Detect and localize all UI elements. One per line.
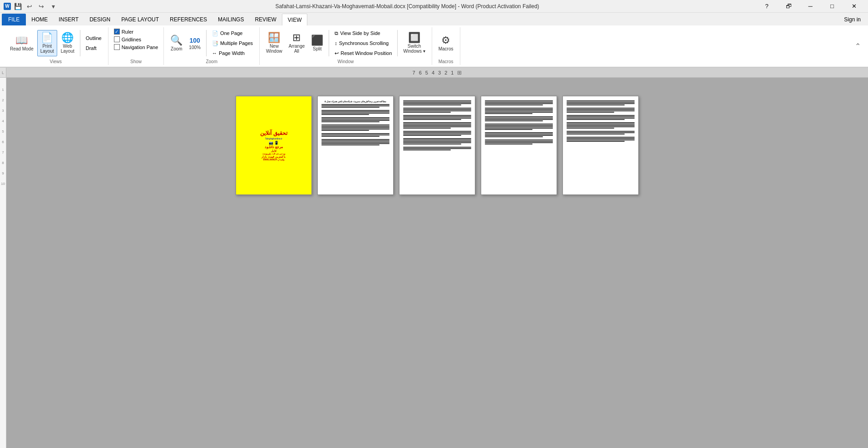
tab-insert[interactable]: INSERT	[53, 14, 84, 25]
ruler-checkbox[interactable]: ✓ Ruler	[112, 28, 135, 35]
redo-btn[interactable]: ↪	[36, 1, 46, 11]
p2-line19	[321, 136, 380, 137]
zoom-group: 🔍 Zoom 100 100% 📄 One Page 📑 Multiple Pa…	[164, 27, 260, 65]
p4-line2	[485, 102, 553, 103]
undo-btn[interactable]: ↩	[25, 1, 35, 11]
gridlines-checkbox[interactable]: Gridlines	[112, 36, 143, 43]
window-title: Safahat-Lamsi-Khazani-Va-Moghavemati-Mob…	[58, 3, 756, 10]
zoom-column: 📄 One Page 📑 Multiple Pages ↔ Page Width	[209, 28, 256, 58]
p5-line18	[567, 131, 635, 132]
restore-btn[interactable]: 🗗	[778, 0, 799, 13]
zoom-btn[interactable]: 🔍 Zoom	[168, 30, 185, 56]
page-nav-icon[interactable]: ⊞	[457, 70, 462, 76]
arrange-all-icon: ⊞	[292, 33, 301, 43]
read-mode-btn[interactable]: 📖 Read Mode	[7, 30, 36, 56]
p2-line18	[321, 134, 390, 135]
help-btn[interactable]: ?	[756, 0, 777, 13]
ribbon: FILE HOME INSERT DESIGN PAGE LAYOUT REFE…	[0, 13, 868, 68]
p2-gap4	[321, 131, 390, 133]
p5-line8	[567, 112, 614, 113]
p3-line22	[403, 138, 471, 139]
gridlines-label: Gridlines	[122, 37, 141, 42]
p3-line10	[403, 116, 471, 117]
ad-contact: واتساپ 09981366624	[263, 158, 285, 161]
p5-line1	[567, 100, 635, 101]
p2-line17	[321, 133, 390, 134]
p4-line21	[485, 135, 553, 136]
doc-page-4	[481, 96, 557, 195]
document-area[interactable]: تحقیق آنلاین Tahghighonline.ir 📷 📱 مرجع …	[6, 78, 868, 448]
window-label: Window	[338, 59, 354, 64]
maximize-btn[interactable]: □	[822, 0, 843, 13]
macros-btn[interactable]: ⚙ Macros	[436, 30, 456, 56]
tab-page-layout[interactable]: PAGE LAYOUT	[116, 14, 164, 25]
switch-windows-icon: 🔲	[408, 33, 420, 43]
p2-line2	[321, 105, 390, 106]
outline-btn[interactable]: Outline	[83, 33, 104, 43]
zoom-icon: 🔍	[170, 35, 182, 45]
p2-line3	[321, 107, 380, 108]
p3-line19	[403, 132, 471, 133]
draft-btn[interactable]: Draft	[83, 43, 104, 53]
web-layout-btn[interactable]: 🌐 WebLayout	[58, 30, 77, 56]
zoom100-btn[interactable]: 100 100%	[186, 30, 203, 56]
show-items: ✓ Ruler Gridlines Navigation Pane	[112, 28, 160, 58]
customize-btn[interactable]: ▾	[48, 1, 58, 11]
arrange-all-btn[interactable]: ⊞ ArrangeAll	[286, 30, 308, 56]
print-layout-btn[interactable]: 📄 PrintLayout	[37, 30, 57, 56]
one-page-btn[interactable]: 📄 One Page	[209, 28, 256, 38]
views-group: 📖 Read Mode 📄 PrintLayout 🌐 WebLayout Ou…	[4, 27, 108, 65]
page4-content	[481, 96, 557, 194]
macros-group-label: Macros	[439, 59, 454, 64]
tab-home[interactable]: HOME	[26, 14, 53, 25]
page-num-4: 4	[432, 70, 434, 75]
nav-pane-checkbox[interactable]: Navigation Pane	[112, 44, 160, 50]
zoom-btn-label: Zoom	[171, 46, 182, 51]
page-indicators: 7 6 5 4 3 2 1 ⊞	[413, 70, 462, 76]
p2-line20	[321, 139, 390, 140]
p2-line12	[321, 124, 390, 125]
p4-line13	[485, 120, 543, 121]
page-width-btn[interactable]: ↔ Page Width	[209, 48, 256, 58]
tab-review[interactable]: REVIEW	[249, 14, 281, 25]
p3-line16	[403, 126, 471, 127]
split-btn[interactable]: ⬛ Split	[308, 30, 326, 56]
p4-line15	[485, 125, 553, 126]
p2-line13	[321, 126, 390, 127]
p5-line19	[567, 132, 635, 133]
minimize-btn[interactable]: ─	[800, 0, 821, 13]
p2-line4	[321, 110, 390, 111]
synchronous-scrolling-btn[interactable]: ↕ Synchronous Scrolling	[332, 38, 395, 48]
multiple-pages-btn[interactable]: 📑 Multiple Pages	[209, 38, 256, 48]
view-side-by-side-btn[interactable]: ⧉ View Side by Side	[332, 28, 395, 38]
tab-references[interactable]: REFERENCES	[164, 14, 212, 25]
title-bar: W 💾 ↩ ↪ ▾ Safahat-Lamsi-Khazani-Va-Mogha…	[0, 0, 868, 13]
synchronous-scrolling-icon: ↕	[335, 40, 337, 46]
sign-in[interactable]: Sign in	[838, 14, 866, 25]
switch-windows-btn[interactable]: 🔲 SwitchWindows ▾	[400, 30, 428, 56]
close-btn[interactable]: ✕	[843, 0, 864, 13]
p4-line19	[485, 132, 553, 133]
p2-line8	[321, 117, 390, 118]
zoom100-label: 100%	[189, 45, 201, 50]
tab-mailings[interactable]: MAILINGS	[212, 14, 249, 25]
p5-line11	[567, 118, 635, 119]
zoom-label: Zoom	[206, 59, 217, 64]
p3-line28	[403, 148, 471, 149]
ad-title: تحقیق آنلاین	[260, 130, 287, 136]
p2-gap2	[321, 115, 390, 117]
collapse-ribbon-btn[interactable]: ⌃	[855, 42, 861, 50]
tab-design[interactable]: DESIGN	[84, 14, 116, 25]
tab-file[interactable]: FILE	[2, 14, 26, 25]
p2-line9	[321, 119, 390, 119]
tab-view[interactable]: VIEW	[282, 14, 308, 25]
p3-line15	[403, 125, 471, 126]
p3-line7	[403, 110, 471, 111]
reset-window-btn[interactable]: ↩ Reset Window Position	[332, 48, 395, 58]
ruler-content: 7 6 5 4 3 2 1 ⊞	[6, 70, 868, 76]
new-window-btn[interactable]: 🪟 NewWindow	[263, 30, 285, 56]
p3-line6	[403, 109, 471, 110]
save-quick-btn[interactable]: 💾	[13, 1, 23, 11]
title-bar-left: W 💾 ↩ ↪ ▾	[4, 1, 58, 11]
p2-line21	[321, 140, 390, 141]
